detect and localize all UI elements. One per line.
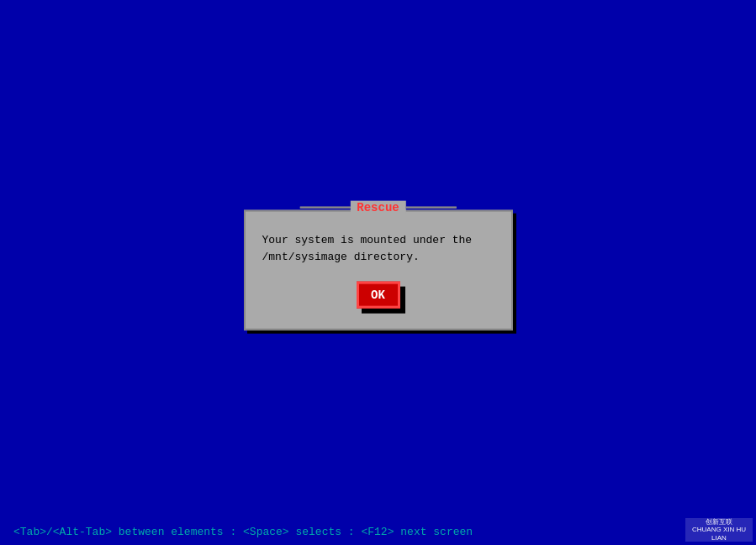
watermark-line2: CHUANG XIN HU LIAN bbox=[692, 526, 746, 542]
dialog-content: Your system is mounted under the /mnt/sy… bbox=[246, 212, 511, 329]
watermark-text: 创新互联 CHUANG XIN HU LIAN bbox=[685, 518, 753, 542]
ok-button-label: OK bbox=[371, 288, 385, 302]
ok-button-wrapper: OK bbox=[357, 282, 400, 309]
message-line1: Your system is mounted under the bbox=[262, 234, 473, 246]
watermark: 创新互联 CHUANG XIN HU LIAN bbox=[685, 518, 753, 542]
title-line-left bbox=[299, 207, 350, 209]
title-line-right bbox=[406, 207, 457, 209]
watermark-line1: 创新互联 bbox=[706, 518, 732, 526]
message-line2: /mnt/sysimage directory. bbox=[262, 250, 420, 262]
rescue-dialog: Rescue Your system is mounted under the … bbox=[244, 210, 513, 331]
dialog-title-bar: Rescue bbox=[299, 201, 456, 214]
dialog-overlay: Rescue Your system is mounted under the … bbox=[244, 210, 513, 331]
dialog-title: Rescue bbox=[350, 201, 405, 214]
dialog-message: Your system is mounted under the /mnt/sy… bbox=[262, 232, 494, 265]
status-bar: <Tab>/<Alt-Tab> between elements : <Spac… bbox=[0, 518, 756, 545]
screen: Rescue Your system is mounted under the … bbox=[0, 0, 756, 545]
dialog-buttons: OK bbox=[262, 282, 494, 309]
ok-button[interactable]: OK bbox=[357, 282, 400, 309]
status-text: <Tab>/<Alt-Tab> between elements : <Spac… bbox=[13, 526, 473, 538]
